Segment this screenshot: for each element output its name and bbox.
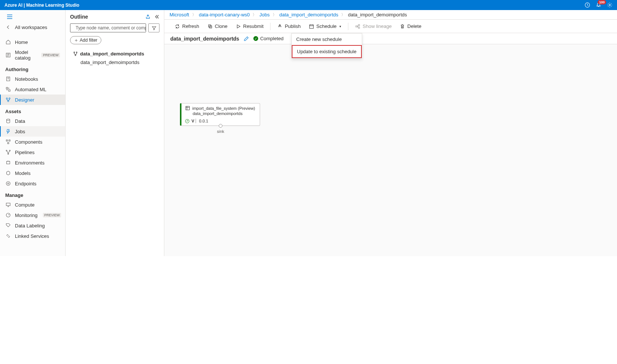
create-schedule-label: Create new schedule xyxy=(296,36,342,42)
sidebar-item-monitoring[interactable]: Monitoring PREVIEW xyxy=(0,210,65,220)
jobs-label: Jobs xyxy=(15,129,25,134)
update-schedule-item[interactable]: Update to existing schedule xyxy=(292,45,362,58)
delete-button[interactable]: Delete xyxy=(396,22,425,31)
add-filter-button[interactable]: Add filter xyxy=(70,36,101,44)
job-status: ✓ Completed xyxy=(253,36,284,41)
breadcrumb-workspace[interactable]: data-import-canary-ws0 xyxy=(199,12,250,17)
job-title: data_import_demoimportds xyxy=(170,36,239,42)
chevron-right-icon: 〉 xyxy=(192,12,196,17)
resubmit-label: Resubmit xyxy=(243,23,264,29)
sidebar-item-pipelines[interactable]: Pipelines xyxy=(0,147,65,157)
models-label: Models xyxy=(15,170,31,176)
pipelines-label: Pipelines xyxy=(15,150,35,155)
outline-search-input[interactable]: Type node name, comment or comp... xyxy=(70,23,146,32)
resubmit-button[interactable]: Resubmit xyxy=(232,22,268,31)
clock-icon[interactable] xyxy=(584,2,590,8)
pipeline-tree-icon xyxy=(73,51,78,56)
svg-rect-27 xyxy=(310,25,314,28)
chevron-right-icon: 〉 xyxy=(341,12,345,17)
pipeline-canvas[interactable]: import_data_file_system (Preview) data_i… xyxy=(164,44,617,256)
all-workspaces-label: All workspaces xyxy=(15,25,47,30)
sidebar-item-data[interactable]: Data xyxy=(0,116,65,126)
content-area: Microsoft 〉 data-import-canary-ws0 〉 Job… xyxy=(164,10,617,256)
schedule-button[interactable]: Schedule ▾ xyxy=(305,22,345,31)
tree-child-item[interactable]: data_import_demoimportds xyxy=(70,58,159,67)
chevron-right-icon: 〉 xyxy=(253,12,256,17)
sidebar-item-model-catalog[interactable]: Model catalog PREVIEW xyxy=(0,47,65,63)
toolbar-separator xyxy=(348,23,348,30)
components-label: Components xyxy=(15,139,42,145)
hamburger-icon[interactable] xyxy=(0,13,65,22)
tree-root-label: data_import_demoimportds xyxy=(80,51,144,57)
svg-point-18 xyxy=(6,182,10,186)
sidebar-item-designer[interactable]: Designer xyxy=(0,95,65,105)
manage-heading: Manage xyxy=(0,189,65,199)
linked-services-label: Linked Services xyxy=(15,233,49,239)
sidebar-item-environments[interactable]: Environments xyxy=(0,157,65,168)
pipelines-icon xyxy=(5,149,11,155)
refresh-button[interactable]: Refresh xyxy=(171,22,203,31)
sidebar-item-endpoints[interactable]: Endpoints xyxy=(0,178,65,189)
node-status-icon: ✓ xyxy=(185,119,189,123)
share-icon[interactable] xyxy=(145,14,151,19)
filter-icon xyxy=(152,26,156,31)
sidebar-item-compute[interactable]: Compute xyxy=(0,199,65,210)
sidebar-item-jobs[interactable]: Jobs xyxy=(0,126,65,137)
job-title-row: data_import_demoimportds ✓ Completed xyxy=(164,33,617,44)
sidebar-item-notebooks[interactable]: Notebooks xyxy=(0,74,65,84)
svg-rect-4 xyxy=(6,87,8,89)
sidebar-item-components[interactable]: Components xyxy=(0,137,65,147)
svg-rect-19 xyxy=(6,203,10,206)
schedule-dropdown: Create new schedule Update to existing s… xyxy=(291,33,362,58)
pipeline-node[interactable]: import_data_file_system (Preview) data_i… xyxy=(180,103,260,126)
update-schedule-label: Update to existing schedule xyxy=(297,49,357,54)
add-filter-label: Add filter xyxy=(80,38,97,43)
delete-icon xyxy=(400,24,405,29)
gear-icon[interactable] xyxy=(607,2,613,8)
breadcrumb-jobs[interactable]: Jobs xyxy=(259,12,269,17)
automl-label: Automated ML xyxy=(15,87,47,92)
svg-point-7 xyxy=(9,98,10,99)
publish-button[interactable]: Publish xyxy=(273,22,304,31)
node-subtitle: data_import_demoimportds xyxy=(185,111,257,116)
tree-root-item[interactable]: data_import_demoimportds xyxy=(70,50,159,58)
sidebar-item-automl[interactable]: Automated ML xyxy=(0,84,65,95)
edit-icon[interactable] xyxy=(244,36,249,41)
search-placeholder: Type node name, comment or comp... xyxy=(76,25,146,31)
authoring-heading: Authoring xyxy=(0,63,65,74)
notebook-icon xyxy=(5,76,11,82)
notebooks-label: Notebooks xyxy=(15,76,38,82)
sidebar-item-data-labeling[interactable]: Data Labeling xyxy=(0,220,65,231)
models-icon xyxy=(5,170,11,176)
outline-header: Outline xyxy=(70,14,159,20)
sidebar: All workspaces Home Model catalog PREVIE… xyxy=(0,10,66,256)
clone-button[interactable]: Clone xyxy=(204,22,231,31)
all-workspaces-link[interactable]: All workspaces xyxy=(0,22,65,32)
refresh-icon xyxy=(175,24,180,29)
breadcrumb-microsoft[interactable]: Microsoft xyxy=(170,12,189,17)
sidebar-item-linked-services[interactable]: Linked Services xyxy=(0,231,65,241)
top-header: Azure AI | Machine Learning Studio 100 xyxy=(0,0,617,10)
assets-heading: Assets xyxy=(0,105,65,116)
filter-button[interactable] xyxy=(148,23,159,32)
node-type-icon xyxy=(185,106,190,111)
sidebar-item-models[interactable]: Models xyxy=(0,168,65,178)
outline-title: Outline xyxy=(70,14,88,20)
collapse-icon[interactable] xyxy=(154,14,159,19)
environments-icon xyxy=(5,160,11,166)
node-output-port[interactable] xyxy=(219,124,222,128)
job-toolbar: Refresh Clone Resubmit Publish xyxy=(164,20,617,33)
bell-icon[interactable]: 100 xyxy=(595,2,601,8)
back-arrow-icon xyxy=(5,24,11,30)
sidebar-item-home[interactable]: Home xyxy=(0,37,65,47)
compute-label: Compute xyxy=(15,202,35,208)
svg-rect-28 xyxy=(356,26,357,27)
svg-point-24 xyxy=(75,55,76,55)
svg-point-6 xyxy=(6,98,8,99)
svg-rect-29 xyxy=(358,24,360,26)
play-icon xyxy=(236,24,241,29)
create-schedule-item[interactable]: Create new schedule xyxy=(292,33,362,45)
breadcrumb-pipeline[interactable]: data_import_demoimportds xyxy=(279,12,338,17)
jobs-icon xyxy=(5,128,11,134)
main-layout: All workspaces Home Model catalog PREVIE… xyxy=(0,10,617,256)
